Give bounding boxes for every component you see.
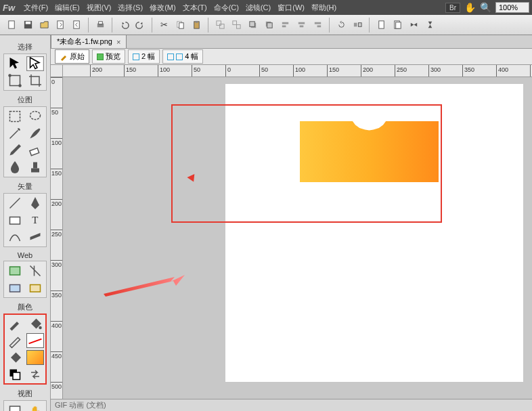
svg-point-31 — [9, 74, 12, 77]
bridge-button[interactable]: Br — [445, 3, 460, 13]
svg-rect-43 — [30, 285, 40, 293]
screen-mode-tool[interactable] — [6, 403, 24, 411]
bitmap-section-label: 位图 — [18, 95, 32, 105]
menu-help[interactable]: 帮助(H) — [308, 3, 340, 13]
align-button-2[interactable] — [294, 18, 309, 33]
cut-button[interactable]: ✂ — [156, 18, 171, 33]
zoom-input[interactable]: 100% — [495, 2, 529, 13]
eraser-tool[interactable] — [26, 143, 44, 158]
magnifier-icon[interactable]: 🔍 — [480, 2, 491, 13]
knife-tool[interactable] — [26, 230, 44, 244]
svg-rect-24 — [317, 25, 321, 27]
pointer-white-tool[interactable] — [26, 56, 44, 71]
ungroup-button[interactable] — [229, 18, 244, 33]
doc-button-1[interactable] — [374, 18, 389, 33]
svg-rect-38 — [33, 163, 37, 169]
menu-edit[interactable]: 编辑(E) — [51, 3, 83, 13]
group-button[interactable] — [213, 18, 227, 33]
rect-tool[interactable] — [6, 213, 24, 228]
doc-button-2[interactable] — [390, 18, 405, 33]
front-button[interactable] — [245, 18, 260, 33]
view-preview[interactable]: 预览 — [92, 49, 125, 64]
open-button[interactable] — [37, 18, 51, 33]
menu-modify[interactable]: 修改(M) — [146, 3, 179, 13]
redo-button[interactable] — [133, 18, 148, 33]
align-button-1[interactable] — [278, 18, 292, 33]
scale-tool[interactable] — [6, 73, 24, 88]
view-2up[interactable]: 2 幅 — [128, 49, 160, 64]
close-icon[interactable]: × — [116, 38, 120, 46]
hand-tool[interactable]: ✋ — [26, 403, 44, 411]
menu-file[interactable]: 文件(F) — [20, 3, 51, 13]
menu-window[interactable]: 窗口(W) — [274, 3, 308, 13]
fill-color-tool[interactable] — [6, 350, 24, 365]
blur-tool[interactable] — [6, 160, 24, 175]
svg-rect-6 — [98, 22, 102, 24]
wand-tool[interactable] — [6, 126, 24, 141]
crop-tool[interactable] — [26, 73, 44, 88]
lasso-tool[interactable] — [26, 109, 44, 124]
flip-v-button[interactable] — [422, 18, 437, 33]
menu-cmd[interactable]: 命令(C) — [210, 3, 242, 13]
flip-button[interactable] — [350, 18, 365, 33]
print-button[interactable] — [93, 18, 108, 33]
flip-h-button[interactable] — [406, 18, 421, 33]
svg-line-39 — [10, 198, 20, 209]
menu-text[interactable]: 文本(T) — [179, 3, 210, 13]
export-button[interactable] — [69, 18, 84, 33]
save-button[interactable] — [20, 18, 35, 33]
web-tools — [3, 261, 47, 298]
view-original[interactable]: 原始 — [55, 49, 89, 64]
freeform-tool[interactable] — [6, 230, 24, 244]
svg-rect-47 — [10, 406, 20, 411]
select-section-label: 选择 — [18, 42, 32, 52]
svg-rect-22 — [299, 25, 303, 27]
color-section-label: 颜色 — [18, 302, 32, 312]
svg-rect-37 — [31, 169, 39, 173]
pencil-tool[interactable] — [6, 143, 24, 158]
swap-colors-tool[interactable] — [26, 367, 44, 382]
rotate-button[interactable] — [334, 18, 349, 33]
hotspot-tool[interactable] — [6, 263, 24, 278]
svg-rect-36 — [30, 148, 39, 156]
ruler-horizontal[interactable]: 20015010050050100150200250300350400450 — [51, 65, 532, 77]
brush-tool[interactable] — [26, 126, 44, 141]
hand-icon[interactable]: ✋ — [464, 2, 476, 13]
stroke-color-tool[interactable] — [6, 333, 24, 348]
slice-tool[interactable] — [26, 263, 44, 278]
svg-point-35 — [18, 129, 20, 131]
text-tool[interactable]: T — [26, 213, 44, 228]
svg-rect-8 — [179, 23, 183, 28]
new-button[interactable] — [4, 18, 19, 33]
doc-tab[interactable]: *未命名-1.fw.png × — [51, 35, 127, 48]
import-button[interactable] — [53, 18, 68, 33]
paste-button[interactable] — [189, 18, 204, 33]
eyedropper-stroke-tool[interactable] — [6, 316, 24, 331]
menu-view[interactable]: 视图(V) — [83, 3, 115, 13]
bucket-tool[interactable] — [26, 316, 44, 331]
svg-point-34 — [30, 112, 40, 120]
default-colors-tool[interactable] — [6, 367, 24, 382]
show-slice-tool[interactable] — [26, 280, 44, 295]
stage[interactable] — [63, 77, 532, 399]
back-button[interactable] — [261, 18, 276, 33]
ruler-vertical[interactable]: 050100150200250300350400450500550 — [51, 77, 63, 399]
menu-filter[interactable]: 滤镜(C) — [242, 3, 274, 13]
menu-select[interactable]: 选择(S) — [114, 3, 146, 13]
svg-rect-11 — [216, 21, 221, 26]
fill-swatch[interactable] — [26, 350, 44, 365]
undo-button[interactable] — [116, 18, 131, 33]
no-stroke-swatch[interactable] — [26, 333, 44, 348]
pointer-black-tool[interactable] — [6, 56, 24, 71]
marquee-tool[interactable] — [6, 109, 24, 124]
view-4up[interactable]: 4 幅 — [162, 49, 203, 64]
align-button-3[interactable] — [310, 18, 325, 33]
stamp-tool[interactable] — [26, 160, 44, 175]
copy-button[interactable] — [173, 18, 187, 33]
pen-tool[interactable] — [26, 196, 44, 211]
svg-point-32 — [19, 84, 22, 87]
line-tool[interactable] — [6, 196, 24, 211]
svg-rect-23 — [314, 22, 320, 24]
status-text: GIF 动画 (文档) — [55, 400, 106, 410]
hide-slice-tool[interactable] — [6, 280, 24, 295]
